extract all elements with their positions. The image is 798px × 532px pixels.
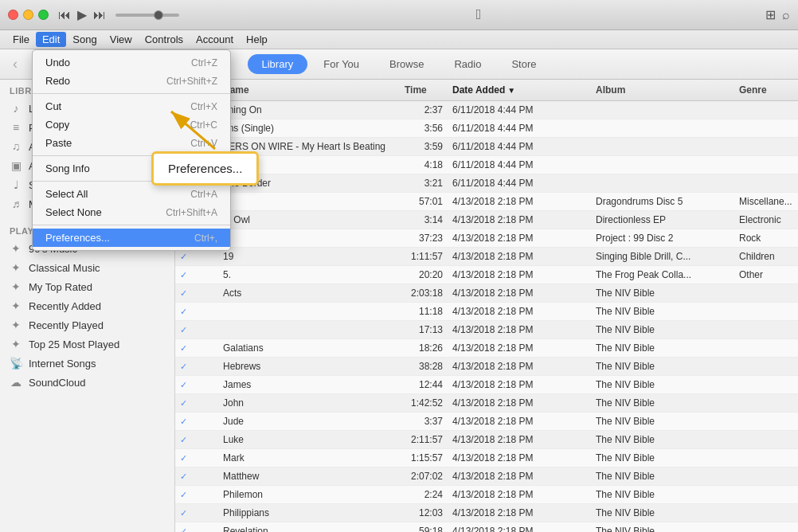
- cell-name: Philemon: [218, 487, 400, 502]
- table-row[interactable]: ✓ Acts 2:03:18 4/13/2018 2:18 PM The NIV…: [175, 284, 798, 303]
- menu-file[interactable]: File: [6, 32, 36, 47]
- play-button[interactable]: ▶: [77, 7, 87, 22]
- col-date-added[interactable]: Date Added ▼: [448, 83, 591, 97]
- menu-item-select-none[interactable]: Select None Ctrl+Shift+A: [33, 203, 230, 221]
- table-row[interactable]: ✓ John 1:42:52 4/13/2018 2:18 PM The NIV…: [175, 394, 798, 413]
- cell-date-added: 4/13/2018 2:18 PM: [448, 213, 591, 227]
- cell-genre: Electronic: [734, 213, 798, 227]
- table-row[interactable]: ✓ ans (Single) 3:56 6/11/2018 4:44 PM: [175, 119, 798, 138]
- menu-item-copy[interactable]: Copy Ctrl+C: [33, 115, 230, 134]
- menu-account[interactable]: Account: [190, 32, 240, 47]
- col-time[interactable]: Time: [400, 83, 448, 97]
- playlist-icon: ✦: [10, 280, 22, 293]
- col-name[interactable]: Name: [218, 83, 400, 97]
- menu-item-select-all[interactable]: Select All Ctrl+A: [33, 185, 230, 203]
- table-row[interactable]: ✓ 11:18 4/13/2018 2:18 PM The NIV Bible: [175, 303, 798, 321]
- cell-album: [591, 182, 734, 185]
- transport-controls: ⏮ ▶ ⏭: [58, 7, 106, 22]
- table-row[interactable]: ✓ Philippians 12:03 4/13/2018 2:18 PM Th…: [175, 504, 798, 522]
- cell-album: The NIV Bible: [591, 359, 734, 374]
- grid-icon[interactable]: ⊞: [765, 7, 776, 22]
- table-row[interactable]: ✓ n 4:18 6/11/2018 4:44 PM: [175, 156, 798, 174]
- cell-date-added: 4/13/2018 2:18 PM: [448, 231, 591, 245]
- table-row[interactable]: ✓ Mark 1:15:57 4/13/2018 2:18 PM The NIV…: [175, 449, 798, 467]
- menu-song[interactable]: Song: [66, 32, 103, 47]
- cell-album: The NIV Bible: [591, 304, 734, 319]
- table-row[interactable]: ✓ 5. 20:20 4/13/2018 2:18 PM The Frog Pe…: [175, 266, 798, 284]
- menu-view[interactable]: View: [104, 32, 139, 47]
- checkmark-icon: ✓: [180, 526, 187, 532]
- sidebar-item-internet-songs[interactable]: 📡 Internet Songs: [0, 354, 174, 373]
- sidebar-item-classical[interactable]: ✦ Classical Music: [0, 258, 174, 277]
- col-genre[interactable]: Genre: [734, 83, 798, 97]
- cell-album: The NIV Bible: [591, 396, 734, 410]
- table-row[interactable]: ✓ James 12:44 4/13/2018 2:18 PM The NIV …: [175, 376, 798, 394]
- sort-arrow-icon: ▼: [507, 86, 515, 95]
- table-row[interactable]: ✓ Luke 2:11:57 4/13/2018 2:18 PM The NIV…: [175, 431, 798, 449]
- tab-for-you[interactable]: For You: [309, 54, 374, 74]
- sidebar-item-recently-played[interactable]: ✦ Recently Played: [0, 315, 174, 334]
- fast-forward-button[interactable]: ⏭: [93, 8, 106, 22]
- table-row[interactable]: ✓ 57:01 4/13/2018 2:18 PM Dragondrums Di…: [175, 193, 798, 211]
- table-row[interactable]: ✓ TERS ON WIRE - My Heart Is Beating 3:5…: [175, 138, 798, 156]
- cell-album: The NIV Bible: [591, 432, 734, 447]
- table-row[interactable]: ✓ Jude 3:37 4/13/2018 2:18 PM The NIV Bi…: [175, 413, 798, 431]
- cell-name: Mark: [218, 451, 400, 465]
- table-row[interactable]: ✓ Galatians 18:26 4/13/2018 2:18 PM The …: [175, 339, 798, 358]
- cell-name: n: [218, 158, 400, 172]
- volume-slider[interactable]: [115, 14, 179, 17]
- table-row[interactable]: ✓ 17:13 4/13/2018 2:18 PM The NIV Bible: [175, 321, 798, 339]
- sidebar-item-soundcloud[interactable]: ☁ SoundCloud: [0, 373, 174, 392]
- menu-item-undo[interactable]: Undo Ctrl+Z: [33, 53, 230, 72]
- menu-item-cut[interactable]: Cut Ctrl+X: [33, 97, 230, 115]
- table-row[interactable]: ✓ aning On 2:37 6/11/2018 4:44 PM: [175, 101, 798, 119]
- sidebar-item-top-25[interactable]: ✦ Top 25 Most Played: [0, 334, 174, 354]
- menu-item-preferences[interactable]: Preferences... Ctrl+,: [33, 229, 230, 247]
- cell-time: 17:13: [400, 323, 448, 337]
- cell-time: 11:18: [400, 304, 448, 319]
- nav-back-icon[interactable]: ‹: [13, 56, 18, 72]
- cell-date-added: 4/13/2018 2:18 PM: [448, 249, 591, 264]
- cell-genre: [734, 420, 798, 423]
- maximize-button[interactable]: [38, 10, 49, 20]
- menu-item-paste[interactable]: Paste Ctrl+V: [33, 134, 230, 152]
- table-row[interactable]: ✓ 37:23 4/13/2018 2:18 PM Project : 99 D…: [175, 229, 798, 248]
- cell-name: Revelation: [218, 524, 400, 532]
- table-row[interactable]: ✓ Philemon 2:24 4/13/2018 2:18 PM The NI…: [175, 486, 798, 504]
- minimize-button[interactable]: [23, 10, 33, 20]
- col-album[interactable]: Album: [591, 83, 734, 97]
- music-videos-icon: ♬: [10, 198, 22, 210]
- table-row[interactable]: ✓ Hebrews 38:28 4/13/2018 2:18 PM The NI…: [175, 358, 798, 376]
- dropdown-menu[interactable]: Undo Ctrl+Z Redo Ctrl+Shift+Z Cut Ctrl+X…: [32, 49, 231, 251]
- menu-item-song-info[interactable]: Song Info Ctrl+I: [33, 159, 230, 178]
- cell-name: [218, 200, 400, 203]
- cell-date-added: 4/13/2018 2:18 PM: [448, 506, 591, 520]
- tab-radio[interactable]: Radio: [440, 54, 495, 74]
- cell-genre: [734, 108, 798, 111]
- cell-name: TERS ON WIRE - My Heart Is Beating: [218, 139, 400, 154]
- menu-edit[interactable]: Edit: [36, 32, 66, 47]
- close-button[interactable]: [8, 10, 18, 20]
- sidebar-item-my-top-rated[interactable]: ✦ My Top Rated: [0, 277, 174, 296]
- cell-name: aning On: [218, 103, 400, 117]
- tab-store[interactable]: Store: [497, 54, 550, 74]
- rewind-button[interactable]: ⏮: [58, 8, 71, 22]
- table-row[interactable]: ✓ ht Owl 3:14 4/13/2018 2:18 PM Directio…: [175, 211, 798, 229]
- cell-time: 3:21: [400, 176, 448, 190]
- apple-logo-icon: : [476, 6, 482, 23]
- cell-time: 37:23: [400, 231, 448, 245]
- sidebar-item-recently-added[interactable]: ✦ Recently Added: [0, 296, 174, 315]
- checkmark-icon: ✓: [180, 453, 187, 463]
- table-row[interactable]: ✓ The Border 3:21 6/11/2018 4:44 PM: [175, 174, 798, 193]
- menu-help[interactable]: Help: [240, 32, 274, 47]
- menu-controls[interactable]: Controls: [139, 32, 190, 47]
- search-icon[interactable]: ⌕: [782, 8, 790, 22]
- cell-date-added: 4/13/2018 2:18 PM: [448, 341, 591, 355]
- table-row[interactable]: ✓ Revelation 59:18 4/13/2018 2:18 PM The…: [175, 522, 798, 532]
- tab-library[interactable]: Library: [248, 54, 308, 74]
- table-row[interactable]: ✓ 19 1:11:57 4/13/2018 2:18 PM Singing B…: [175, 248, 798, 266]
- table-row[interactable]: ✓ Matthew 2:07:02 4/13/2018 2:18 PM The …: [175, 467, 798, 486]
- tab-browse[interactable]: Browse: [375, 54, 438, 74]
- menu-item-redo[interactable]: Redo Ctrl+Shift+Z: [33, 72, 230, 90]
- cell-album: [591, 163, 734, 166]
